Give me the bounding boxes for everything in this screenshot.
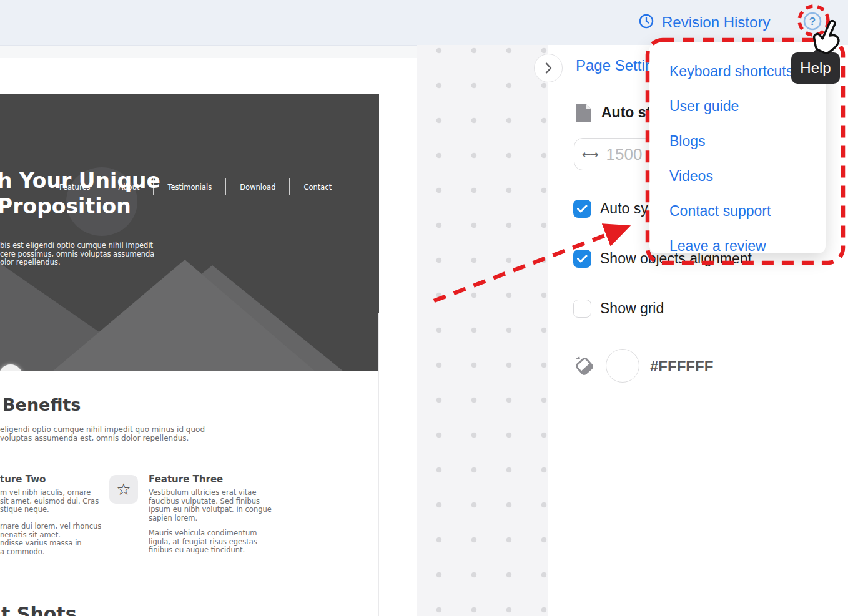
feature-two-paragraph-2: rnare dui lorem, vel rhoncus nenatis sit…: [0, 522, 101, 556]
feature-two-paragraph-1: m vel nibh iaculis, ornare sit amet, eui…: [0, 489, 99, 514]
tooltip-label: Help: [800, 59, 831, 77]
auto-sync-checkbox[interactable]: [573, 200, 591, 218]
help-tooltip: Help: [791, 52, 840, 84]
collapse-panel-button[interactable]: [534, 54, 563, 82]
feature-three-paragraph-2: Mauris vehicula condimentum ligula, at f…: [149, 529, 257, 555]
menu-item-user-guide[interactable]: User guide: [649, 89, 826, 124]
fill-color-value: #FFFFFF: [650, 358, 713, 375]
tooltip-arrow: [812, 44, 827, 54]
benefits-paragraph: eligendi optio cumque nihil impedit quo …: [0, 425, 205, 442]
menu-item-blogs[interactable]: Blogs: [649, 124, 826, 159]
canvas-page[interactable]: Features About Testimonials Download Con…: [0, 58, 417, 616]
feature-two-title: ture Two: [0, 474, 46, 485]
revision-history-label: Revision History: [662, 14, 770, 31]
check-icon: [577, 255, 588, 263]
nav-separator: [225, 178, 226, 195]
page-edge-guide: [378, 313, 379, 616]
menu-item-videos[interactable]: Videos: [649, 159, 826, 193]
show-objects-alignment-checkbox[interactable]: [573, 250, 591, 268]
question-circle-icon: ?: [803, 22, 822, 32]
clock-icon: [638, 13, 654, 32]
star-icon: ☆: [109, 475, 138, 504]
nav-separator: [289, 178, 290, 195]
hero-section[interactable]: Features About Testimonials Download Con…: [0, 94, 379, 371]
feature-three-title: Feature Three: [149, 474, 223, 485]
mountains-graphic: [0, 259, 379, 371]
fill-color-swatch[interactable]: [606, 349, 639, 383]
check-icon: [577, 205, 588, 213]
show-grid-checkbox[interactable]: [573, 300, 591, 318]
show-grid-label: Show grid: [600, 300, 664, 317]
show-grid-row[interactable]: Show grid: [573, 300, 664, 318]
nav-item-download[interactable]: Download: [240, 183, 275, 192]
nav-item-testimonials[interactable]: Testimonials: [167, 183, 212, 192]
svg-text:?: ?: [809, 16, 816, 27]
clipped-section-heading: t Shots: [1, 603, 77, 616]
workspace-dot-grid: [417, 45, 548, 616]
width-arrows-icon: ←→: [582, 148, 598, 160]
menu-item-leave-a-review[interactable]: Leave a review: [649, 228, 826, 263]
feature-three-paragraph-1: Vestibulum ultricies erat vitae faucibus…: [149, 489, 272, 522]
help-button[interactable]: ?: [803, 12, 822, 31]
revision-history-button[interactable]: Revision History: [638, 0, 770, 45]
chevron-right-icon: [545, 62, 553, 74]
section-divider: [0, 587, 417, 587]
panel-divider: [548, 335, 848, 335]
menu-item-contact-support[interactable]: Contact support: [649, 193, 826, 228]
nav-item-contact[interactable]: Contact: [303, 183, 332, 192]
hero-heading: h Your Unique Proposition: [0, 168, 160, 219]
benefits-heading: Benefits: [2, 395, 81, 414]
page-icon: [575, 102, 592, 126]
paint-bucket-icon: [574, 355, 595, 378]
editor-window: Revision History ? Features About Testim…: [0, 0, 848, 616]
